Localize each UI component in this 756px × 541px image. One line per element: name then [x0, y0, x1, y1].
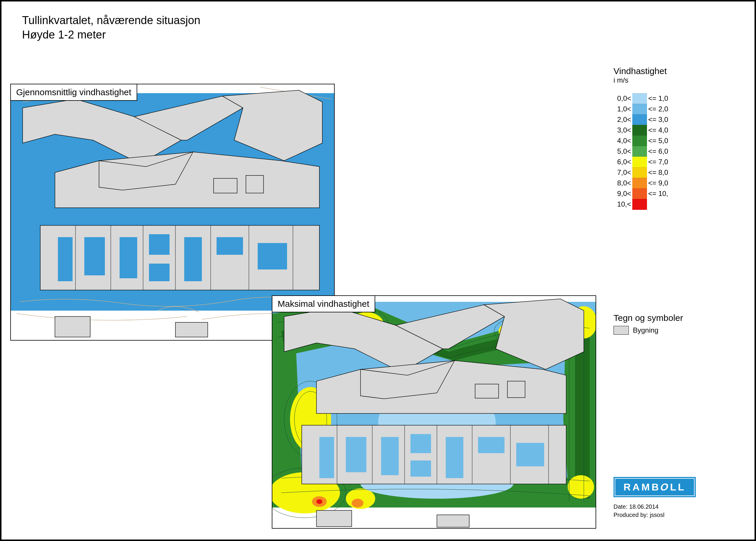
legend-high: <= 5,0: [648, 137, 668, 145]
svg-rect-63: [319, 437, 334, 478]
legend-swatch: [632, 93, 647, 104]
sheet: Tullinkvartalet, nåværende situasjon Høy…: [0, 0, 756, 541]
legend-swatch: [632, 167, 647, 178]
symbol-row: Bygning: [613, 326, 696, 335]
legend-swatch: [632, 146, 647, 157]
legend-row: 10,<: [613, 199, 696, 210]
svg-rect-61: [478, 437, 505, 453]
legend-row: 0,0<<= 1,0: [613, 93, 696, 104]
ramboll-logo: RAMBOLL: [613, 477, 696, 497]
legend-high: <= 9,0: [648, 179, 668, 187]
legend-swatch: [632, 104, 647, 115]
symbols-title: Tegn og symboler: [613, 313, 696, 323]
legend-high: <= 1,0: [648, 94, 668, 103]
svg-rect-16: [258, 243, 287, 270]
logo-block: RAMBOLL Date: 18.06.2014 Produced by: js…: [613, 477, 696, 519]
legend-high: <= 6,0: [648, 147, 668, 156]
legend-low: 1,0<: [613, 105, 631, 113]
legend-high: <= 3,0: [648, 116, 668, 124]
symbol-swatch: [613, 326, 629, 335]
svg-rect-14: [184, 237, 202, 281]
svg-rect-11: [120, 237, 137, 278]
svg-rect-25: [55, 316, 90, 337]
legend-swatch: [632, 114, 647, 125]
svg-rect-17: [58, 237, 73, 281]
svg-rect-73: [475, 384, 499, 398]
legend-high: <= 8,0: [648, 168, 668, 177]
legend-low: 0,0<: [613, 94, 631, 103]
legend-low: 9,0<: [613, 190, 631, 198]
page-title: Tullinkvartalet, nåværende situasjon Høy…: [22, 13, 200, 42]
logo-text: RAMBOLL: [623, 481, 686, 492]
svg-rect-60: [446, 437, 463, 478]
symbols: Tegn og symboler Bygning: [613, 313, 696, 335]
legend-high: <= 7,0: [648, 158, 668, 166]
map-maximum-svg: [272, 296, 595, 528]
svg-rect-74: [508, 381, 525, 398]
legend-low: 10,<: [613, 200, 631, 208]
map-average-label: Gjennomsnittlig vindhastighet: [10, 84, 137, 101]
legend-row: 5,0<<= 6,0: [613, 146, 696, 157]
legend-low: 4,0<: [613, 137, 631, 145]
legend-row: 1,0<<= 2,0: [613, 104, 696, 114]
legend-swatch: [632, 178, 647, 189]
legend-low: 6,0<: [613, 158, 631, 166]
legend-row: 2,0<<= 3,0: [613, 114, 696, 125]
map-maximum: Maksimal vindhastighet: [272, 295, 596, 529]
legend-low: 2,0<: [613, 116, 631, 124]
map-maximum-label: Maksimal vindhastighet: [272, 295, 375, 312]
svg-rect-59: [410, 460, 431, 477]
legend-swatch: [632, 136, 647, 146]
legend-row: 4,0<<= 5,0: [613, 136, 696, 146]
svg-rect-26: [176, 322, 208, 337]
svg-rect-72: [437, 515, 469, 527]
svg-rect-10: [84, 237, 105, 275]
legend-low: 5,0<: [613, 147, 631, 156]
legend-row: 6,0<<= 7,0: [613, 157, 696, 167]
legend: Vindhastighet i m/s 0,0<<= 1,01,0<<= 2,0…: [613, 66, 696, 210]
legend-low: 3,0<: [613, 126, 631, 134]
legend-swatch: [632, 199, 647, 210]
svg-rect-58: [410, 434, 431, 453]
legend-high: <= 4,0: [648, 126, 668, 134]
legend-row: 7,0<<= 8,0: [613, 167, 696, 178]
svg-rect-15: [216, 237, 243, 255]
svg-rect-57: [381, 437, 399, 475]
title-line2: Høyde 1-2 meter: [22, 28, 200, 42]
svg-point-41: [316, 499, 322, 504]
symbol-label: Bygning: [633, 326, 658, 334]
metadata: Date: 18.06.2014 Produced by: jssosl: [613, 502, 696, 519]
legend-swatch: [632, 188, 647, 199]
svg-rect-62: [516, 443, 544, 466]
svg-rect-71: [316, 510, 352, 527]
legend-row: 8,0<<= 9,0: [613, 178, 696, 188]
svg-rect-56: [346, 437, 366, 472]
legend-high: <= 10,: [648, 190, 668, 198]
title-line1: Tullinkvartalet, nåværende situasjon: [22, 14, 200, 26]
legend-swatch: [632, 125, 647, 136]
svg-point-40: [352, 499, 363, 507]
legend-low: 7,0<: [613, 168, 631, 177]
legend-swatch: [632, 157, 647, 168]
legend-row: 9,0<<= 10,: [613, 188, 696, 199]
svg-rect-13: [149, 264, 170, 281]
legend-low: 8,0<: [613, 179, 631, 187]
legend-high: <= 2,0: [648, 105, 668, 113]
svg-rect-27: [213, 178, 237, 193]
legend-title: Vindhastighet: [613, 66, 696, 76]
legend-rows: 0,0<<= 1,01,0<<= 2,02,0<<= 3,03,0<<= 4,0…: [613, 93, 696, 210]
legend-row: 3,0<<= 4,0: [613, 125, 696, 136]
svg-rect-28: [246, 176, 263, 193]
svg-rect-12: [149, 234, 170, 255]
legend-unit: i m/s: [613, 76, 696, 84]
